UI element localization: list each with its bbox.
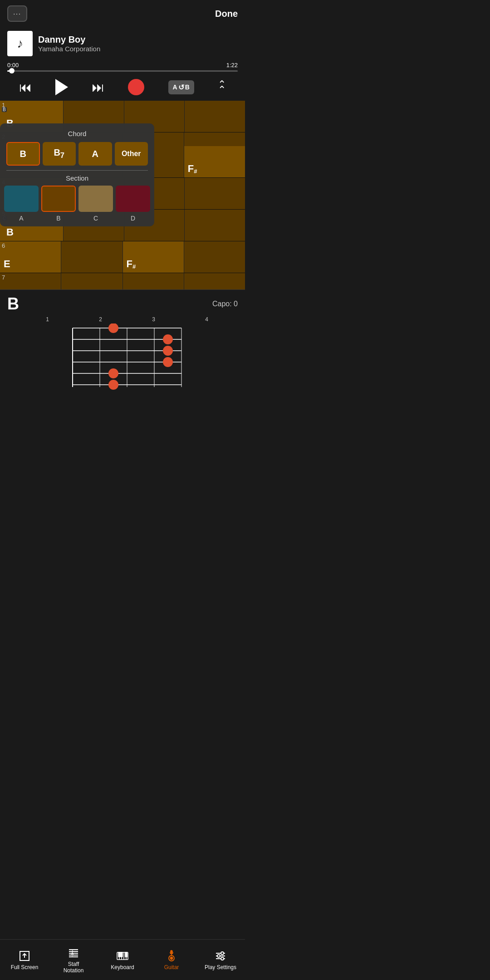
fast-forward-button[interactable]: ⏭ — [92, 80, 104, 95]
fret-4: 4 — [205, 316, 208, 323]
track-title: Danny Boy — [38, 34, 238, 45]
chord-popup-title: Chord — [6, 130, 148, 137]
fast-forward-icon: ⏭ — [92, 80, 104, 95]
section-swatch-D[interactable] — [116, 186, 150, 212]
b-label: B — [185, 83, 190, 91]
play-icon — [55, 79, 68, 95]
section-swatches — [4, 186, 150, 212]
track-info: Danny Boy Yamaha Corporation — [38, 34, 238, 53]
album-art: ♪ — [7, 31, 33, 56]
current-time: 0:00 — [7, 62, 19, 69]
transport-controls: ⏮ ⏭ A ↺ B ⌃ ⌃ — [0, 75, 245, 101]
beat-cell-7-3[interactable] — [123, 273, 184, 289]
chord-option-B[interactable]: B — [6, 142, 40, 166]
done-button[interactable]: Done — [215, 9, 238, 19]
chord-option-B7[interactable]: B7 — [43, 142, 76, 166]
beat-cell-1-4[interactable] — [185, 101, 245, 132]
section-options: Section A B C D — [6, 174, 148, 222]
fret-1: 1 — [46, 316, 49, 323]
beat-cell-5-4[interactable] — [185, 210, 245, 241]
guitar-chord-svg — [54, 323, 191, 396]
measure-row-1: 1 B B Chord B B7 A Other Section — [0, 101, 245, 132]
menu-dots-icon: ··· — [13, 10, 21, 17]
music-note-icon: ♪ — [17, 36, 23, 51]
chord-corner-1: B — [2, 107, 7, 112]
section-swatch-A[interactable] — [4, 186, 39, 212]
chord-popup: Chord B B7 A Other Section A B — [0, 123, 154, 226]
svg-point-14 — [163, 357, 173, 367]
chord-option-other[interactable]: Other — [115, 142, 148, 166]
svg-point-11 — [108, 323, 118, 333]
beat-cell-6-3[interactable]: F# — [123, 241, 184, 273]
fret-2: 2 — [99, 316, 102, 323]
section-swatch-C[interactable] — [78, 186, 113, 212]
fret-3: 3 — [152, 316, 155, 323]
progress-bar-container[interactable]: 0:00 1:22 — [0, 60, 245, 75]
beat-cell-2-4[interactable] — [184, 132, 245, 146]
track-artist: Yamaha Corporation — [38, 45, 238, 53]
record-button[interactable] — [128, 79, 144, 95]
progress-track[interactable] — [7, 70, 238, 72]
beat-cell-6-1[interactable]: E — [0, 241, 61, 273]
ab-loop-button[interactable]: A ↺ B — [168, 80, 194, 94]
popup-divider — [6, 170, 148, 171]
menu-button[interactable]: ··· — [7, 5, 27, 22]
header: ··· Done — [0, 0, 245, 27]
total-time: 1:22 — [226, 62, 238, 69]
section-name-C: C — [78, 215, 113, 222]
section-name-D: D — [116, 215, 150, 222]
svg-point-12 — [163, 334, 173, 344]
guitar-header: B Capo: 0 — [7, 294, 238, 314]
measure-row-6: 6 E F# — [0, 241, 245, 273]
section-name-A: A — [4, 215, 39, 222]
beat-cell-4-4[interactable] — [185, 178, 245, 209]
svg-point-16 — [108, 368, 118, 378]
beat-cell-6-4[interactable] — [184, 241, 245, 273]
chord-option-A[interactable]: A — [78, 142, 112, 166]
measure-number-6: 6 — [2, 242, 5, 249]
measure-number-7: 7 — [2, 274, 5, 281]
section-swatch-B[interactable] — [41, 186, 76, 212]
section-names: A B C D — [4, 215, 150, 222]
rewind-icon: ⏮ — [19, 80, 32, 95]
chevron-up-icon-2: ⌃ — [218, 85, 226, 95]
chord-grid-area: 1 B B Chord B B7 A Other Section — [0, 101, 245, 289]
beat-cell-7-2[interactable] — [61, 273, 122, 289]
section-popup-title: Section — [66, 174, 88, 182]
measure-row-7: 7 — [0, 273, 245, 289]
guitar-diagram-wrap — [7, 323, 238, 396]
play-button[interactable] — [55, 79, 68, 95]
beat-cell-6-2[interactable] — [61, 241, 122, 273]
progress-times: 0:00 1:22 — [7, 62, 238, 69]
chord-options: B B7 A Other — [6, 142, 148, 166]
section-name-B: B — [41, 215, 76, 222]
beat-cell-3-4[interactable]: F# — [184, 146, 245, 177]
refresh-icon: ↺ — [178, 83, 184, 92]
capo-label: Capo: 0 — [212, 300, 238, 308]
scroll-up-button[interactable]: ⌃ ⌃ — [218, 79, 226, 95]
guitar-chord-name: B — [7, 294, 19, 314]
a-label: A — [173, 83, 177, 91]
now-playing-bar: ♪ Danny Boy Yamaha Corporation — [0, 27, 245, 60]
rewind-button[interactable]: ⏮ — [19, 80, 32, 95]
beat-cell-7-4[interactable] — [184, 273, 245, 289]
svg-point-15 — [108, 380, 118, 390]
fret-numbers: 1 2 3 4 — [7, 316, 238, 323]
svg-point-13 — [163, 346, 173, 356]
progress-thumb — [9, 68, 15, 74]
beat-cell-7-1[interactable] — [0, 273, 61, 289]
guitar-area: B Capo: 0 1 2 3 4 — [0, 289, 245, 403]
